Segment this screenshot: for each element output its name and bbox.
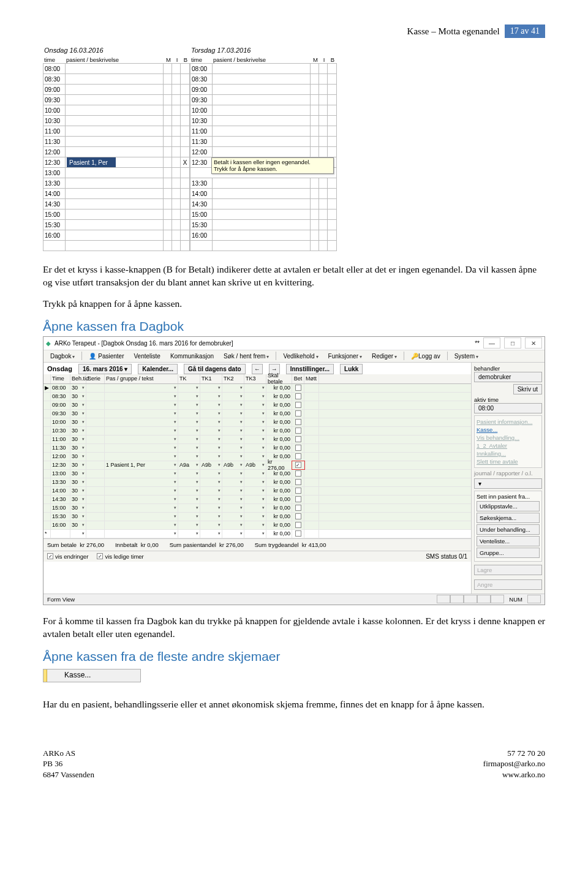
m-cell[interactable] [311,116,319,126]
pasientinfo-link[interactable]: Pasient informasjon... [477,418,540,426]
i-cell[interactable] [319,230,328,240]
row-tk2[interactable] [222,453,244,461]
schedule-row[interactable]: 15:00 [190,209,337,220]
row-tk[interactable] [178,418,200,426]
patient-cell[interactable] [213,105,311,115]
grid-row[interactable]: 13:3030kr 0,00 [43,478,471,487]
schedule-row[interactable]: 10:00 [43,105,190,116]
patient-cell[interactable] [213,220,311,230]
slett-link[interactable]: Slett time avtale [477,458,540,466]
b-cell[interactable]: X [181,157,189,167]
row-tk[interactable] [178,478,200,486]
row-tk1[interactable] [200,470,222,478]
grid-row[interactable]: 15:0030kr 0,00 [43,504,471,513]
b-cell[interactable] [328,137,336,146]
patient-cell[interactable] [66,199,164,209]
row-behtid[interactable]: 30 [70,496,86,503]
row-behtid[interactable]: 30 [70,427,86,435]
row-bet[interactable] [292,393,304,401]
gruppe-button[interactable]: Gruppe... [477,548,540,558]
row-tk2[interactable] [222,521,244,529]
skriv-ut-button[interactable]: Skriv ut [513,384,542,394]
row-bet[interactable] [292,418,304,426]
row-bet[interactable] [292,384,304,392]
m-cell[interactable] [164,199,172,209]
row-tk3[interactable] [244,521,266,529]
patient-cell[interactable]: Betalt i kassen eller ingen egenandel.Tr… [213,157,311,167]
m-cell[interactable] [164,230,172,240]
patient-cell[interactable] [213,178,311,188]
row-tk2[interactable] [222,418,244,426]
grid-row[interactable]: 16:0030kr 0,00 [43,521,471,530]
i-cell[interactable] [319,64,328,74]
m-cell[interactable] [311,64,319,74]
row-serie[interactable] [86,410,105,418]
row-tk3[interactable] [244,478,266,486]
schedule-row[interactable]: 12:30Betalt i kassen eller ingen egenand… [190,157,337,168]
i-cell[interactable] [172,157,181,167]
row-mott[interactable] [304,521,319,529]
schedule-row[interactable] [190,241,337,251]
patient-cell[interactable] [66,74,164,84]
row-mott[interactable] [304,453,319,461]
row-mott[interactable] [304,401,319,409]
m-cell[interactable] [164,137,172,146]
row-patient[interactable] [105,401,178,409]
i-cell[interactable] [172,220,181,230]
row-behtid[interactable]: 30 [70,461,86,469]
grid-row[interactable]: 15:3030kr 0,00 [43,513,471,521]
m-cell[interactable] [164,85,172,94]
m-cell[interactable] [164,168,172,178]
avtaler-link[interactable]: 1 2 Avtaler [477,442,540,450]
row-behtid[interactable]: 30 [70,401,86,409]
schedule-row[interactable]: 08:00 [190,64,337,74]
row-bet[interactable] [292,401,304,409]
row-patient[interactable] [105,436,178,443]
row-behtid[interactable]: 30 [70,521,86,529]
b-cell[interactable] [181,147,189,157]
row-serie[interactable] [86,496,105,503]
patient-cell[interactable] [66,168,164,178]
row-patient[interactable] [105,470,178,478]
row-tk3[interactable] [244,496,266,503]
b-cell[interactable] [328,189,336,198]
m-cell[interactable] [164,64,172,74]
i-cell[interactable] [172,126,181,136]
b-cell[interactable] [181,95,189,105]
schedule-row[interactable]: 16:00 [43,230,190,241]
row-patient[interactable] [105,453,178,461]
row-tk3[interactable] [244,410,266,418]
grid-row[interactable]: 08:3030kr 0,00 [43,393,471,401]
row-bet[interactable] [292,410,304,418]
row-tk1[interactable] [200,513,222,521]
vis-behandling-link[interactable]: Vis behandling... [477,434,540,442]
row-tk2[interactable] [222,436,244,443]
row-tk3[interactable] [244,427,266,435]
patient-cell[interactable]: Pasient 1, Per [66,157,164,167]
schedule-row[interactable]: 14:00 [43,189,190,199]
m-cell[interactable] [311,220,319,230]
i-cell[interactable] [319,126,328,136]
row-tk2[interactable] [222,496,244,503]
schedule-row[interactable]: 09:00 [190,85,337,95]
row-tk[interactable]: A9a [178,461,200,469]
row-patient[interactable]: 1 Pasient 1, Per [105,461,178,469]
row-tk[interactable] [178,513,200,521]
row-bet[interactable] [292,444,304,452]
i-cell[interactable] [319,147,328,157]
patient-cell[interactable] [213,199,311,209]
m-cell[interactable] [311,126,319,136]
schedule-row[interactable]: 15:00 [43,209,190,220]
row-behtid[interactable]: 30 [70,504,86,512]
b-cell[interactable] [181,199,189,209]
row-tk3[interactable] [244,504,266,512]
b-cell[interactable] [328,74,336,84]
i-cell[interactable] [172,95,181,105]
b-cell[interactable] [328,85,336,94]
schedule-row[interactable]: 08:30 [190,74,337,85]
m-cell[interactable] [164,74,172,84]
row-serie[interactable] [86,384,105,392]
row-serie[interactable] [86,504,105,512]
row-behtid[interactable]: 30 [70,453,86,461]
patient-cell[interactable] [66,137,164,146]
